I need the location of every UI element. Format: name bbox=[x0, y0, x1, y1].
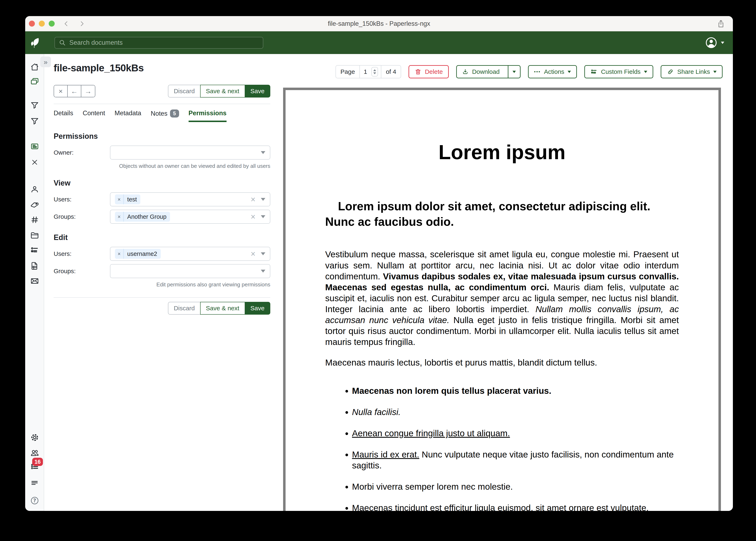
previous-document-button[interactable]: ← bbox=[68, 85, 81, 97]
edit-groups-select[interactable] bbox=[110, 264, 270, 278]
page-stepper[interactable] bbox=[371, 67, 378, 77]
document-title: file-sample_150kBs bbox=[54, 62, 270, 74]
save-button[interactable]: Save bbox=[245, 85, 270, 98]
owner-help-text: Objects without an owner can be viewed a… bbox=[54, 163, 270, 169]
save-button-group-top: Discard Save & next Save bbox=[168, 85, 270, 98]
page-total: of 4 bbox=[381, 68, 401, 75]
chevron-down-icon bbox=[644, 71, 647, 73]
logs-icon[interactable] bbox=[30, 479, 39, 488]
app-header bbox=[25, 31, 733, 54]
permissions-heading: Permissions bbox=[54, 132, 270, 141]
selected-chip: × test bbox=[115, 195, 140, 204]
sidebar: 16 ? bbox=[25, 54, 44, 511]
document-toolbar: Page of 4 Delete bbox=[335, 65, 723, 78]
tab-notes-label: Notes bbox=[151, 110, 168, 117]
next-document-button[interactable]: → bbox=[81, 85, 95, 97]
chip-remove-icon[interactable]: × bbox=[115, 212, 124, 222]
notes-count-badge: 5 bbox=[170, 110, 179, 118]
clear-icon[interactable]: × bbox=[251, 250, 255, 258]
tab-notes[interactable]: Notes 5 bbox=[151, 110, 179, 121]
tasks-count-badge: 16 bbox=[32, 458, 43, 466]
minimize-window-button[interactable] bbox=[39, 21, 45, 27]
screen: file-sample_150kBs - Paperless-ngx bbox=[0, 0, 756, 541]
list-item: Maecenas non lorem quis tellus placerat … bbox=[352, 385, 679, 396]
chip-remove-icon[interactable]: × bbox=[115, 195, 124, 204]
clear-icon[interactable]: × bbox=[251, 195, 255, 204]
page-label: Page bbox=[336, 68, 359, 75]
tab-metadata[interactable]: Metadata bbox=[115, 110, 141, 121]
edit-users-select[interactable]: × username2 × bbox=[110, 247, 270, 261]
download-button[interactable]: Download bbox=[457, 66, 504, 78]
documentation-icon[interactable]: ? bbox=[30, 496, 39, 505]
search-icon bbox=[59, 39, 66, 46]
close-window-button[interactable] bbox=[29, 21, 35, 27]
share-links-button[interactable]: Share Links bbox=[661, 65, 723, 78]
discard-button[interactable]: Discard bbox=[168, 85, 201, 98]
settings-icon[interactable] bbox=[30, 433, 39, 442]
document-types-icon[interactable] bbox=[30, 215, 39, 224]
forward-icon[interactable] bbox=[78, 20, 85, 27]
home-icon[interactable] bbox=[30, 62, 39, 72]
tab-details[interactable]: Details bbox=[54, 110, 73, 121]
saved-view-filter-icon[interactable] bbox=[30, 100, 39, 110]
macos-titlebar: file-sample_150kBs - Paperless-ngx bbox=[25, 16, 733, 31]
page-number-input[interactable] bbox=[362, 68, 369, 76]
tab-content[interactable]: Content bbox=[83, 110, 105, 121]
document-detail-panel: file-sample_150kBs × ← → Discard Save & … bbox=[54, 62, 270, 314]
pdf-paragraph: Vestibulum neque massa, scelerisque sit … bbox=[325, 249, 679, 347]
user-menu[interactable] bbox=[705, 36, 724, 49]
mail-icon[interactable] bbox=[30, 276, 40, 285]
chevron-down-icon bbox=[261, 198, 265, 201]
ellipsis-icon: ••• bbox=[534, 69, 541, 74]
browser-history-nav bbox=[63, 20, 85, 27]
download-split-button: Download bbox=[456, 65, 521, 78]
pdf-subtitle: Lorem ipsum dolor sit amet, consectetur … bbox=[325, 199, 679, 230]
search-input[interactable] bbox=[69, 39, 259, 47]
pdf-preview-pane[interactable]: Lorem ipsum Lorem ipsum dolor sit amet, … bbox=[283, 88, 721, 511]
chip-remove-icon[interactable]: × bbox=[115, 249, 124, 259]
save-next-button[interactable]: Save & next bbox=[200, 85, 245, 98]
chevron-down-icon bbox=[568, 71, 571, 73]
documents-icon[interactable] bbox=[30, 77, 40, 86]
custom-fields-icon[interactable] bbox=[30, 245, 39, 255]
list-item: Nulla facilisi. bbox=[352, 406, 679, 417]
tags-icon[interactable] bbox=[30, 200, 40, 209]
selected-chip: × Another Group bbox=[115, 212, 170, 222]
custom-fields-button[interactable]: Custom Fields bbox=[584, 65, 653, 78]
pdf-page: Lorem ipsum Lorem ipsum dolor sit amet, … bbox=[286, 90, 718, 511]
share-icon[interactable] bbox=[717, 19, 725, 28]
delete-button[interactable]: Delete bbox=[409, 65, 449, 78]
storage-paths-icon[interactable] bbox=[30, 231, 40, 240]
chip-label: test bbox=[124, 195, 141, 204]
view-heading: View bbox=[54, 179, 270, 188]
saved-view-filter-icon-2[interactable] bbox=[30, 116, 39, 126]
discard-button[interactable]: Discard bbox=[168, 302, 201, 314]
save-next-button[interactable]: Save & next bbox=[200, 302, 245, 314]
actions-button[interactable]: ••• Actions bbox=[528, 65, 577, 78]
pdf-paragraph: Maecenas mauris lectus, lobortis et puru… bbox=[325, 357, 679, 368]
edit-users-label: Users: bbox=[54, 250, 110, 257]
back-icon[interactable] bbox=[63, 20, 70, 27]
save-button-group-bottom: Discard Save & next Save bbox=[168, 302, 270, 314]
users-groups-icon[interactable] bbox=[30, 448, 40, 458]
zoom-window-button[interactable] bbox=[49, 21, 55, 27]
clear-icon[interactable]: × bbox=[251, 213, 255, 221]
divider bbox=[54, 297, 270, 298]
owner-select[interactable] bbox=[110, 146, 270, 160]
file-tasks-icon[interactable] bbox=[30, 261, 39, 270]
save-button[interactable]: Save bbox=[245, 302, 270, 314]
actions-label: Actions bbox=[544, 68, 564, 75]
close-document-button[interactable]: × bbox=[54, 85, 68, 97]
correspondents-icon[interactable] bbox=[30, 185, 39, 194]
list-item: Maecenas tincidunt est efficitur ligula … bbox=[352, 502, 679, 511]
close-all-icon[interactable] bbox=[31, 158, 39, 166]
open-document-icon[interactable] bbox=[30, 142, 40, 151]
view-users-select[interactable]: × test × bbox=[110, 192, 270, 207]
document-nav-group: × ← → bbox=[54, 85, 95, 97]
download-options-button[interactable] bbox=[508, 66, 520, 78]
list-item: Aenean congue fringilla justo ut aliquam… bbox=[352, 428, 679, 439]
view-groups-select[interactable]: × Another Group × bbox=[110, 210, 270, 224]
page-input-wrap bbox=[359, 66, 381, 78]
tab-permissions[interactable]: Permissions bbox=[189, 110, 227, 122]
sidebar-expand-button[interactable]: » bbox=[40, 57, 51, 67]
